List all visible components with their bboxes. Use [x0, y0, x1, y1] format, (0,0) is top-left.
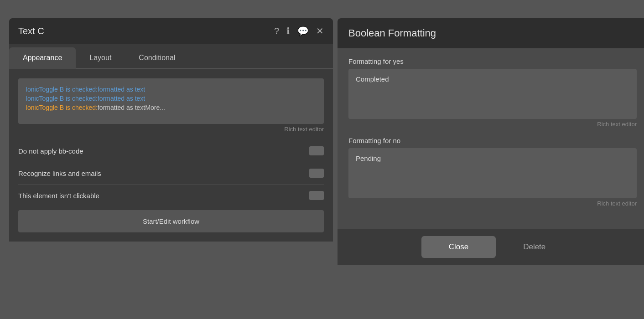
left-panel-body: IonicToggle B is checked:formatted as te… — [9, 69, 333, 242]
setting-clickable-label: This element isn't clickable — [18, 192, 99, 200]
close-icon[interactable]: ✕ — [316, 26, 324, 36]
setting-bbcode: Do not apply bb-code — [18, 140, 324, 162]
more-link[interactable]: More... — [145, 104, 165, 111]
setting-links-label: Recognize links and emails — [18, 170, 101, 177]
rich-text-line-2: IonicToggle B is checked:formatted as te… — [26, 95, 317, 102]
rich-text-editor-label: Rich text editor — [18, 126, 324, 133]
setting-clickable: This element isn't clickable — [18, 185, 324, 206]
formatting-no-label: Formatting for no — [348, 137, 637, 144]
rich-text-preview[interactable]: IonicToggle B is checked:formatted as te… — [18, 78, 324, 124]
gray-text: formatted as text — [98, 104, 145, 111]
right-panel: Boolean Formatting Formatting for yes Co… — [338, 18, 644, 265]
setting-bbcode-label: Do not apply bb-code — [18, 147, 83, 155]
formatting-no-text: Pending — [356, 154, 381, 162]
rich-text-line-1: IonicToggle B is checked:formatted as te… — [26, 86, 317, 93]
help-icon[interactable]: ? — [274, 26, 279, 36]
info-icon[interactable]: ℹ — [286, 26, 290, 36]
setting-bbcode-toggle[interactable] — [309, 146, 324, 155]
formatting-yes-label: Formatting for yes — [348, 57, 637, 65]
right-panel-header: Boolean Formatting — [338, 18, 644, 48]
tab-appearance[interactable]: Appearance — [9, 47, 76, 69]
right-panel-title: Boolean Formatting — [348, 27, 436, 39]
orange-text: IonicToggle B is checked: — [26, 104, 98, 111]
formatting-yes-box[interactable]: Completed — [348, 69, 637, 119]
close-button[interactable]: Close — [421, 236, 496, 258]
comment-icon[interactable]: 💬 — [297, 26, 309, 36]
tab-layout[interactable]: Layout — [76, 47, 125, 68]
left-panel-header: Text C ? ℹ 💬 ✕ — [9, 18, 333, 44]
formatting-yes-text: Completed — [356, 75, 389, 83]
left-panel-title: Text C — [18, 26, 44, 36]
tab-conditional[interactable]: Conditional — [125, 47, 189, 68]
setting-links-toggle[interactable] — [309, 169, 324, 178]
rich-text-line-3: IonicToggle B is checked:formatted as te… — [26, 104, 317, 111]
header-icons: ? ℹ 💬 ✕ — [274, 26, 324, 36]
setting-links: Recognize links and emails — [18, 162, 324, 185]
setting-clickable-toggle[interactable] — [309, 191, 324, 200]
tabs-container: Appearance Layout Conditional — [9, 44, 333, 69]
right-panel-body: Formatting for yes Completed Rich text e… — [338, 48, 644, 225]
left-panel: Text C ? ℹ 💬 ✕ Appearance Layout Conditi… — [9, 18, 333, 242]
workflow-button[interactable]: Start/Edit workflow — [18, 210, 324, 232]
delete-button[interactable]: Delete — [505, 236, 564, 258]
rich-text-editor-label-yes: Rich text editor — [348, 121, 637, 128]
right-panel-footer: Close Delete — [338, 229, 644, 265]
formatting-no-box[interactable]: Pending — [348, 148, 637, 198]
rich-text-editor-label-no: Rich text editor — [348, 200, 637, 207]
